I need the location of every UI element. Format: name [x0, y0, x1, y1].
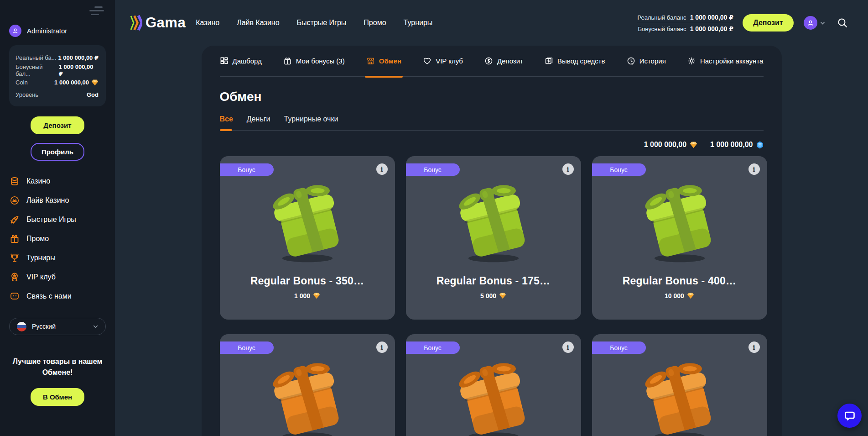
top-bar: Gama Казино Лайв Казино Быстрые Игры Про… [115, 0, 868, 46]
user-avatar-icon [9, 25, 21, 37]
gift-box-image [264, 356, 351, 436]
sidebar-item-tournaments[interactable]: Турниры [0, 248, 115, 268]
bonus-card[interactable]: Бонус i [220, 334, 395, 436]
bonus-badge: Бонус [592, 341, 646, 354]
info-icon[interactable]: i [376, 341, 388, 353]
tab-deposit[interactable]: Депозит [484, 46, 523, 77]
bonus-card[interactable]: Бонус i [592, 334, 767, 436]
blue-gem-icon [756, 141, 764, 149]
tab-exchange[interactable]: Обмен [366, 46, 401, 77]
sidebar-profile-button[interactable]: Профиль [31, 143, 84, 161]
bonus-price: 5 000 [480, 292, 506, 299]
bonus-cards-grid: Бонус i Regular Bonus - 350… 1 000 [220, 156, 764, 436]
top-nav-promo[interactable]: Промо [364, 19, 386, 27]
bonus-card[interactable]: Бонус i [406, 334, 581, 436]
logo-chevrons-icon [130, 15, 142, 31]
to-exchange-button[interactable]: В Обмен [31, 388, 84, 406]
header-deposit-button[interactable]: Депозит [743, 14, 794, 32]
tab-withdraw[interactable]: Вывод средств [545, 46, 605, 77]
hamburger-menu-icon[interactable] [89, 6, 105, 17]
info-icon[interactable]: i [748, 341, 760, 353]
user-avatar-icon [804, 16, 817, 30]
chat-icon [10, 291, 20, 301]
bonus-price: 10 000 [665, 292, 694, 299]
top-right: Реальный баланс 1 000 000,00 ₽ Бонусный … [637, 12, 848, 34]
chevron-down-icon [93, 324, 98, 329]
tab-account-settings[interactable]: Настройки аккаунта [687, 46, 764, 77]
exchange-filters: Все Деньги Турнирные очки [220, 115, 764, 131]
sidebar-item-contact[interactable]: Связь с нами [0, 287, 115, 306]
top-nav-live-casino[interactable]: Лайв Казино [237, 19, 279, 27]
live-casino-icon [10, 195, 20, 205]
tab-vip-club[interactable]: VIP клуб [423, 46, 463, 77]
vip-badge-icon [10, 272, 20, 282]
sidebar-item-live-casino[interactable]: Лайв Казино [0, 191, 115, 210]
search-icon[interactable] [837, 17, 848, 28]
sidebar-item-vip-club[interactable]: VIP клуб [0, 268, 115, 287]
info-icon[interactable]: i [562, 163, 574, 175]
tab-history[interactable]: История [627, 46, 666, 77]
tab-my-bonuses[interactable]: Мои бонусы (3) [283, 46, 345, 77]
filter-money[interactable]: Деньги [247, 115, 270, 123]
orange-gem-icon [313, 293, 320, 299]
bonus-badge: Бонус [592, 163, 646, 176]
trophy-icon [10, 253, 20, 263]
bonus-card[interactable]: Бонус i Regular Bonus - 350… 1 000 [220, 156, 395, 320]
top-nav-fast-games[interactable]: Быстрые Игры [297, 19, 347, 27]
bonus-badge: Бонус [220, 341, 274, 354]
header-real-balance: Реальный баланс 1 000 000,00 ₽ [637, 12, 733, 23]
bonus-card[interactable]: Бонус i Regular Bonus - 175… 5 000 [406, 156, 581, 320]
bonus-title: Regular Bonus - 400… [623, 275, 736, 287]
bonus-card[interactable]: Бонус i Regular Bonus - 400… 10 000 [592, 156, 767, 320]
account-panel: Дашборд Мои бонусы (3) Обмен [202, 46, 782, 436]
bonus-badge: Бонус [406, 163, 460, 176]
sidebar-item-fast-games[interactable]: Быстрые Игры [0, 210, 115, 229]
info-icon[interactable]: i [562, 341, 574, 353]
gama-logo[interactable]: Gama [130, 15, 186, 31]
sidebar-deposit-button[interactable]: Депозит [31, 116, 84, 134]
filter-all[interactable]: Все [220, 115, 233, 123]
rocket-icon [10, 215, 20, 225]
bonus-title: Regular Bonus - 175… [437, 275, 550, 287]
language-selector[interactable]: Русский [9, 318, 106, 335]
sidebar-item-promo[interactable]: Промо [0, 229, 115, 248]
coin-balance: 1 000 000,00 [644, 141, 697, 149]
gift-box-image [264, 178, 351, 265]
info-icon[interactable]: i [748, 163, 760, 175]
logo-text: Gama [146, 15, 186, 31]
heart-icon [423, 57, 431, 65]
balance-row-coin: Coin 1 000 000,00 [16, 76, 99, 89]
balance-row-level: Уровень God [16, 89, 99, 101]
header-balances: Реальный баланс 1 000 000,00 ₽ Бонусный … [637, 12, 733, 34]
bonus-badge: Бонус [220, 163, 274, 176]
chat-bubble-icon [844, 410, 856, 422]
gear-icon [687, 57, 696, 65]
account-tabs: Дашборд Мои бонусы (3) Обмен [220, 46, 764, 77]
top-nav-casino[interactable]: Казино [196, 19, 219, 27]
sidebar-item-casino[interactable]: Казино [0, 172, 115, 191]
filter-tournament-points[interactable]: Турнирные очки [284, 115, 338, 123]
gift-icon [10, 234, 20, 244]
user-name: Administrator [27, 27, 67, 35]
tab-dashboard[interactable]: Дашборд [220, 46, 262, 77]
gift-box-image [636, 178, 723, 265]
orange-gem-icon [687, 293, 694, 299]
bonus-price: 1 000 [294, 292, 320, 299]
withdraw-icon [545, 57, 553, 65]
top-nav-tournaments[interactable]: Турниры [404, 19, 433, 27]
sidebar-nav: Казино Лайв Казино Быстрые Игры [0, 172, 115, 306]
orange-gem-icon [690, 142, 697, 148]
russian-flag-icon [17, 322, 26, 331]
bonus-title: Regular Bonus - 350… [250, 275, 364, 287]
chat-widget-button[interactable] [837, 404, 862, 428]
sidebar-balance-card: Реальный ба... 1 000 000,00 ₽ Бонусный б… [9, 45, 106, 106]
header-account-menu[interactable] [804, 16, 825, 30]
sidebar-promo-text: Лучшие товары в нашем Обмене! [8, 356, 107, 378]
info-icon[interactable]: i [376, 163, 388, 175]
history-icon [627, 57, 635, 65]
coin-icon [484, 57, 493, 65]
balance-row-bonus: Бонусный бал... 1 000 000,00 ₽ [16, 64, 99, 76]
gift-icon [283, 57, 292, 65]
orange-gem-icon [91, 79, 99, 86]
header-bonus-balance: Бонусный баланс 1 000 000,00 ₽ [637, 23, 733, 34]
